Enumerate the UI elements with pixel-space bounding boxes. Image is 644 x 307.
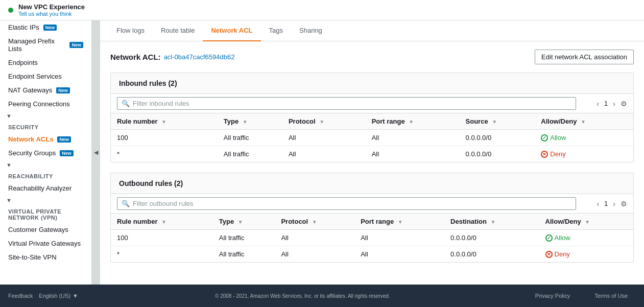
sidebar-section-vpn: VIRTUAL PRIVATENETWORK (VPN) [0,203,91,223]
sort-icon: ▼ [409,119,414,125]
search-icon: 🔍 [122,200,130,207]
inbound-row2-port-range: All [366,146,460,162]
search-icon: 🔍 [122,100,130,107]
footer-language[interactable]: English (US) ▼ [39,293,78,299]
outbound-prev-page[interactable]: ‹ [594,199,601,209]
inbound-row1-allow-badge: ✓ Allow [541,134,627,141]
sidebar-item-label: Elastic IPs [8,23,39,31]
tab-tags[interactable]: Tags [261,20,291,41]
outbound-row1-allow-deny: ✓ Allow [539,230,633,246]
inbound-row1-port-range: All [366,130,460,146]
sidebar-item-endpoint-services[interactable]: Endpoint Services [0,69,91,83]
sidebar-item-customer-gateways[interactable]: Customer Gateways [0,223,91,237]
sidebar-collapse-toggle[interactable]: ◀ [92,20,100,285]
outbound-rules-header: Outbound rules (2) [111,173,633,194]
tab-flow-logs[interactable]: Flow logs [108,20,153,41]
sidebar-item-virtual-private-gateways[interactable]: Virtual Private Gateways [0,237,91,250]
inbound-settings-icon[interactable]: ⚙ [621,100,627,108]
outbound-row1-type: All traffic [213,230,275,246]
sort-icon: ▼ [492,119,497,125]
sidebar-item-prefix-lists[interactable]: Managed Prefix Lists New [0,34,91,56]
acl-label: Network ACL: [110,53,161,61]
inbound-rules-table: Rule number ▼ Type ▼ Protocol ▼ Port ran… [111,113,633,162]
inbound-row-1: 100 All traffic All All 0.0.0.0/0 ✓ Allo… [111,130,633,146]
outbound-row1-destination: 0.0.0.0/0 [444,230,539,246]
tabs-bar: Flow logs Route table Network ACL Tags S… [100,20,644,41]
outbound-row1-port-range: All [354,230,444,246]
outbound-settings-icon[interactable]: ⚙ [621,200,627,208]
sidebar-item-elastic-ips[interactable]: Elastic IPs New [0,20,91,34]
sidebar-section-security: SECURITY [0,119,91,132]
sidebar-item-peering-connections[interactable]: Peering Connections [0,97,91,111]
sidebar-item-network-acls[interactable]: Network ACLs New [0,132,91,146]
sidebar-item-security-groups[interactable]: Security Groups New [0,146,91,160]
inbound-col-allow-deny: Allow/Deny ▼ [535,113,633,130]
sort-icon: ▼ [491,219,496,225]
sidebar-item-reachability-analyzer[interactable]: Reachability Analyzer [0,181,91,195]
outbound-filter-row: 🔍 ‹ 1 › ⚙ [111,194,633,214]
inbound-row2-protocol: All [282,146,366,162]
outbound-filter-input[interactable] [133,200,571,207]
chevron-down-icon: ▼ [73,293,78,299]
inbound-col-source: Source ▼ [460,113,535,130]
outbound-row2-rule-number: * [111,246,213,263]
status-dot [8,8,13,13]
acl-link[interactable]: acl-0ba47cacf6594db62 [164,53,235,61]
check-icon: ✓ [541,134,548,141]
sort-icon: ▼ [238,219,243,225]
inbound-col-protocol: Protocol ▼ [282,113,366,130]
vpc-banner-subtitle[interactable]: Tell us what you think [18,11,85,17]
outbound-col-allow-deny: Allow/Deny ▼ [539,214,633,230]
outbound-page-number: 1 [604,200,608,207]
inbound-next-page[interactable]: › [611,99,617,109]
content-body: Network ACL: acl-0ba47cacf6594db62 Edit … [100,41,644,281]
sort-icon: ▼ [243,119,248,125]
sort-icon: ▼ [581,119,586,125]
inbound-prev-page[interactable]: ‹ [594,99,601,109]
outbound-row1-rule-number: 100 [111,230,213,246]
sidebar-section-reachability: REACHABILITY [0,168,91,181]
sort-icon: ▼ [312,219,317,225]
inbound-row2-type: All traffic [218,146,282,162]
sidebar-item-nat-gateways[interactable]: NAT Gateways New [0,83,91,97]
inbound-col-rule-number: Rule number ▼ [111,113,218,130]
footer-privacy[interactable]: Privacy Policy [527,289,578,303]
inbound-row2-source: 0.0.0.0/0 [460,146,535,162]
outbound-rules-table: Rule number ▼ Type ▼ Protocol ▼ Port ran… [111,214,633,262]
tab-route-table[interactable]: Route table [153,20,203,41]
outbound-row2-protocol: All [275,246,354,263]
outbound-row2-type: All traffic [213,246,275,263]
inbound-col-type: Type ▼ [218,113,282,130]
inbound-row1-source: 0.0.0.0/0 [460,130,535,146]
inbound-row2-deny-badge: ✕ Deny [541,150,627,158]
sort-icon: ▼ [585,219,590,225]
outbound-next-page[interactable]: › [611,199,617,209]
sidebar-item-endpoints[interactable]: Endpoints [0,56,91,69]
sort-icon: ▼ [161,119,166,125]
outbound-row1-allow-badge: ✓ Allow [545,234,627,242]
inbound-row2-rule-number: * [111,146,218,162]
outbound-col-protocol: Protocol ▼ [275,214,354,230]
footer-feedback[interactable]: Feedback [8,293,33,299]
edit-acl-button[interactable]: Edit network ACL association [535,50,634,64]
outbound-filter-input-wrap: 🔍 [117,197,576,210]
x-icon: ✕ [545,251,553,258]
sidebar: Elastic IPs New Managed Prefix Lists New… [0,20,92,285]
tab-sharing[interactable]: Sharing [291,20,330,41]
inbound-filter-row: 🔍 ‹ 1 › ⚙ [111,94,633,113]
sort-icon: ▼ [398,219,403,225]
footer-terms[interactable]: Terms of Use [586,289,636,303]
inbound-row1-rule-number: 100 [111,130,218,146]
outbound-row-2: * All traffic All All 0.0.0.0/0 ✕ Deny [111,246,633,263]
vpc-banner-title: New VPC Experience [18,3,85,11]
outbound-row1-protocol: All [275,230,354,246]
outbound-col-port-range: Port range ▼ [354,214,444,230]
inbound-row1-protocol: All [282,130,366,146]
check-icon: ✓ [545,234,553,242]
inbound-rules-section: Inbound rules (2) 🔍 ‹ 1 › ⚙ [110,73,634,162]
outbound-row-1: 100 All traffic All All 0.0.0.0/0 ✓ Allo… [111,230,633,246]
sort-icon: ▼ [319,119,324,125]
tab-network-acl[interactable]: Network ACL [203,20,260,41]
inbound-filter-input[interactable] [133,100,571,107]
sidebar-item-site-to-site-vpn[interactable]: Site-to-Site VPN [0,250,91,264]
